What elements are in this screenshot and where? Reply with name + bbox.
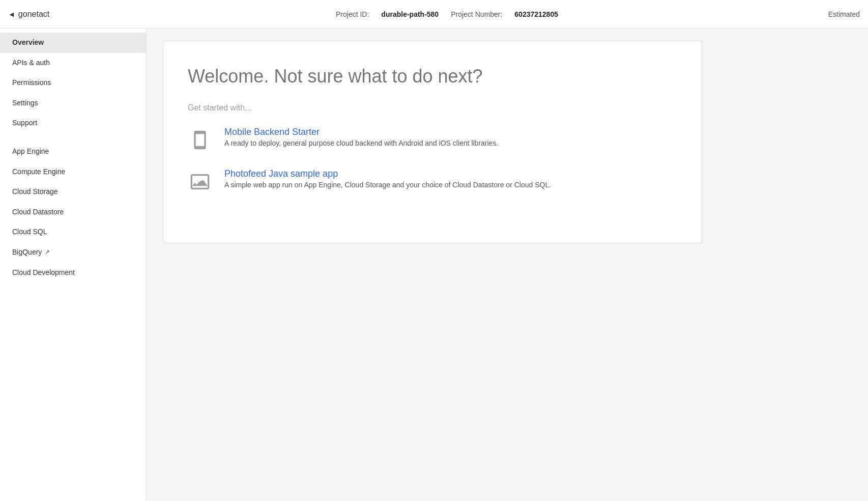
- app-item-mobile-backend: Mobile Backend Starter A ready to deploy…: [188, 127, 677, 152]
- external-link-icon: ↗: [45, 248, 50, 257]
- welcome-title: Welcome. Not sure what to do next?: [188, 66, 677, 87]
- project-name: gonetact: [18, 10, 49, 19]
- project-id-value: durable-path-580: [381, 10, 439, 18]
- sidebar-item-cloud-sql-label: Cloud SQL: [12, 227, 47, 237]
- sidebar-item-compute-engine-label: Compute Engine: [12, 167, 65, 177]
- sidebar-item-cloud-datastore-label: Cloud Datastore: [12, 207, 64, 217]
- main-content: Welcome. Not sure what to do next? Get s…: [147, 29, 868, 501]
- sidebar-item-settings-label: Settings: [12, 98, 38, 108]
- sidebar: Overview APIs & auth Permissions Setting…: [0, 29, 147, 501]
- sidebar-item-compute-engine[interactable]: Compute Engine: [0, 162, 146, 182]
- sidebar-item-permissions[interactable]: Permissions: [0, 73, 146, 93]
- back-link[interactable]: ◄ gonetact: [8, 10, 49, 19]
- sidebar-divider: [0, 133, 146, 142]
- app-content-mobile-backend: Mobile Backend Starter A ready to deploy…: [224, 127, 498, 149]
- sidebar-item-cloud-storage[interactable]: Cloud Storage: [0, 182, 146, 202]
- app-title-photofeed[interactable]: Photofeed Java sample app: [224, 169, 338, 179]
- sidebar-item-cloud-development-label: Cloud Development: [12, 268, 75, 278]
- welcome-card: Welcome. Not sure what to do next? Get s…: [163, 41, 702, 243]
- sidebar-item-bigquery[interactable]: BigQuery ↗: [0, 242, 146, 263]
- app-content-photofeed: Photofeed Java sample app A simple web a…: [224, 169, 551, 190]
- app-item-photofeed: Photofeed Java sample app A simple web a…: [188, 169, 677, 194]
- back-arrow-icon: ◄: [8, 10, 15, 18]
- sidebar-item-cloud-storage-label: Cloud Storage: [12, 187, 58, 197]
- project-info: Project ID: durable-path-580 Project Num…: [66, 10, 828, 18]
- sidebar-item-overview[interactable]: Overview: [0, 33, 146, 53]
- sidebar-item-settings[interactable]: Settings: [0, 93, 146, 114]
- get-started-label: Get started with...: [188, 103, 677, 113]
- sidebar-item-cloud-development[interactable]: Cloud Development: [0, 263, 146, 283]
- project-number-label: Project Number:: [451, 10, 502, 18]
- sidebar-item-support[interactable]: Support: [0, 113, 146, 133]
- sidebar-item-permissions-label: Permissions: [12, 78, 51, 88]
- app-desc-mobile-backend: A ready to deploy, general purpose cloud…: [224, 137, 498, 149]
- top-bar: ◄ gonetact Project ID: durable-path-580 …: [0, 0, 868, 29]
- sidebar-item-cloud-datastore[interactable]: Cloud Datastore: [0, 202, 146, 222]
- main-layout: Overview APIs & auth Permissions Setting…: [0, 29, 868, 501]
- mobile-icon: [188, 128, 212, 152]
- project-id-label: Project ID:: [336, 10, 369, 18]
- app-title-mobile-backend[interactable]: Mobile Backend Starter: [224, 127, 320, 137]
- sidebar-item-support-label: Support: [12, 118, 37, 128]
- sidebar-item-overview-label: Overview: [12, 38, 44, 48]
- app-desc-photofeed: A simple web app run on App Engine, Clou…: [224, 179, 551, 190]
- photo-icon: [188, 170, 212, 194]
- sidebar-item-app-engine[interactable]: App Engine: [0, 142, 146, 162]
- project-number-value: 60237212805: [514, 10, 558, 18]
- sidebar-item-app-engine-label: App Engine: [12, 147, 49, 157]
- estimated-label: Estimated: [828, 10, 860, 18]
- sidebar-item-apis-auth-label: APIs & auth: [12, 58, 50, 68]
- sidebar-item-bigquery-label: BigQuery: [12, 247, 42, 258]
- sidebar-item-cloud-sql[interactable]: Cloud SQL: [0, 222, 146, 242]
- sidebar-item-apis-auth[interactable]: APIs & auth: [0, 53, 146, 73]
